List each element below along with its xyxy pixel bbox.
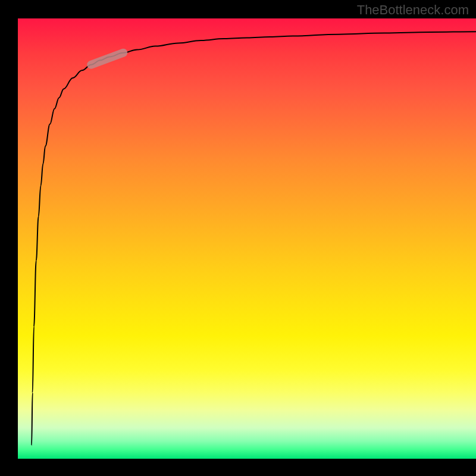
chart-svg (18, 18, 476, 459)
watermark-text: TheBottleneck.com (357, 2, 469, 18)
chart-plot-area (18, 18, 476, 459)
bottleneck-curve-line (32, 32, 476, 446)
curve-marker-highlight (91, 53, 123, 65)
